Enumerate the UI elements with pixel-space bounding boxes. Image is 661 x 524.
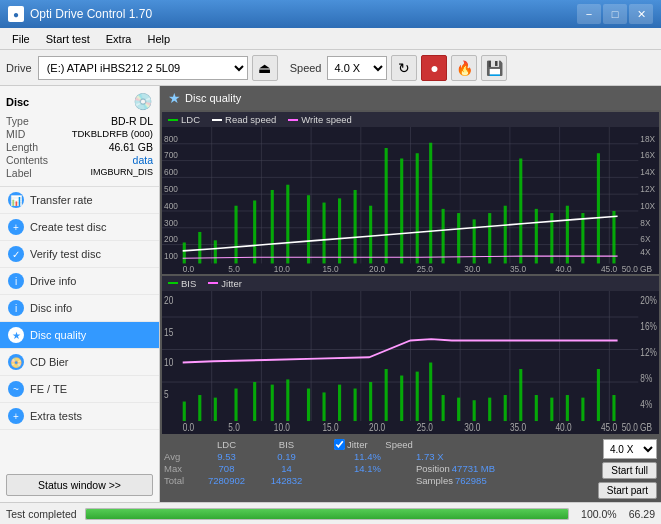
content-header-icon: ★ bbox=[168, 90, 181, 106]
svg-rect-98 bbox=[253, 382, 256, 421]
start-full-button[interactable]: Start full bbox=[602, 462, 657, 479]
sidebar-item-extra-tests[interactable]: + Extra tests bbox=[0, 403, 159, 430]
stats-total-ldc: 7280902 bbox=[194, 475, 259, 486]
refresh-button[interactable]: ↻ bbox=[391, 55, 417, 81]
svg-text:4%: 4% bbox=[640, 398, 653, 410]
sidebar-item-disc-quality[interactable]: ★ Disc quality bbox=[0, 322, 159, 349]
svg-rect-107 bbox=[400, 375, 403, 421]
status-window-button[interactable]: Status window >> bbox=[6, 474, 153, 496]
svg-text:40.0: 40.0 bbox=[555, 421, 571, 433]
stats-avg-jitter: 11.4% bbox=[354, 451, 416, 462]
samples-label: Samples bbox=[416, 475, 453, 486]
speed-row: 4.0 X bbox=[603, 439, 657, 459]
drive-info-icon: i bbox=[8, 273, 24, 289]
disc-label-row: Label IMGBURN_DIS bbox=[6, 167, 153, 179]
svg-text:8X: 8X bbox=[640, 218, 651, 228]
title-controls: − □ ✕ bbox=[577, 4, 653, 24]
svg-rect-109 bbox=[429, 362, 432, 421]
chart-ldc-legend: LDC Read speed Write speed bbox=[162, 112, 659, 127]
svg-text:35.0: 35.0 bbox=[510, 264, 526, 274]
svg-text:8%: 8% bbox=[640, 372, 653, 384]
svg-text:800: 800 bbox=[164, 134, 178, 144]
svg-rect-47 bbox=[416, 153, 419, 263]
sidebar-item-verify-test-disc[interactable]: ✓ Verify test disc bbox=[0, 241, 159, 268]
svg-rect-38 bbox=[271, 190, 274, 263]
position-value: 47731 MB bbox=[452, 463, 495, 474]
stats-table: LDC BIS Jitter Speed Avg 9.53 0.19 11.4%… bbox=[164, 439, 543, 486]
svg-rect-57 bbox=[566, 206, 569, 264]
sidebar-item-cd-bier[interactable]: 📀 CD Bier bbox=[0, 349, 159, 376]
svg-text:6X: 6X bbox=[640, 234, 651, 244]
svg-rect-114 bbox=[504, 395, 507, 421]
stats-total-bis: 142832 bbox=[259, 475, 314, 486]
save-button[interactable]: 💾 bbox=[481, 55, 507, 81]
cd-bier-icon: 📀 bbox=[8, 354, 24, 370]
legend-ldc-dot bbox=[168, 119, 178, 121]
svg-rect-52 bbox=[488, 213, 491, 263]
sidebar-item-transfer-rate[interactable]: 📊 Transfer rate bbox=[0, 187, 159, 214]
svg-rect-46 bbox=[400, 158, 403, 263]
fe-te-icon: ~ bbox=[8, 381, 24, 397]
jitter-checkbox[interactable] bbox=[334, 439, 345, 450]
start-part-button[interactable]: Start part bbox=[598, 482, 657, 499]
speed-select-content[interactable]: 4.0 X bbox=[603, 439, 657, 459]
svg-rect-95 bbox=[198, 395, 201, 421]
svg-rect-35 bbox=[214, 240, 217, 263]
legend-write-dot bbox=[288, 119, 298, 121]
menu-help[interactable]: Help bbox=[139, 31, 178, 47]
svg-text:25.0: 25.0 bbox=[417, 421, 433, 433]
disc-length-row: Length 46.61 GB bbox=[6, 141, 153, 153]
svg-rect-97 bbox=[234, 388, 237, 421]
stats-total-row: Total 7280902 142832 Samples 762985 bbox=[164, 475, 543, 486]
svg-text:5.0: 5.0 bbox=[228, 421, 240, 433]
speed-select-toolbar[interactable]: 4.0 X bbox=[327, 56, 387, 80]
svg-rect-121 bbox=[612, 395, 615, 421]
svg-rect-41 bbox=[322, 203, 325, 264]
scan-button[interactable]: ● bbox=[421, 55, 447, 81]
svg-rect-99 bbox=[271, 385, 274, 421]
svg-text:30.0: 30.0 bbox=[464, 421, 480, 433]
position-label: Position bbox=[416, 463, 450, 474]
close-button[interactable]: ✕ bbox=[629, 4, 653, 24]
menu-start-test[interactable]: Start test bbox=[38, 31, 98, 47]
svg-text:14X: 14X bbox=[640, 167, 655, 177]
svg-rect-105 bbox=[369, 382, 372, 421]
sidebar: Disc 💿 Type BD-R DL MID TDKBLDRFB (000) … bbox=[0, 86, 160, 502]
svg-rect-103 bbox=[338, 385, 341, 421]
maximize-button[interactable]: □ bbox=[603, 4, 627, 24]
minimize-button[interactable]: − bbox=[577, 4, 601, 24]
speed-label: Speed bbox=[290, 62, 322, 74]
disc-quality-icon: ★ bbox=[8, 327, 24, 343]
eject-button[interactable]: ⏏ bbox=[252, 55, 278, 81]
menu-file[interactable]: File bbox=[4, 31, 38, 47]
stats-max-jitter: 14.1% bbox=[354, 463, 416, 474]
svg-text:45.0: 45.0 bbox=[601, 421, 617, 433]
disc-label-value: IMGBURN_DIS bbox=[90, 167, 153, 179]
sidebar-item-create-test-disc[interactable]: + Create test disc bbox=[0, 214, 159, 241]
menu-extra[interactable]: Extra bbox=[98, 31, 140, 47]
stats-header-bis: BIS bbox=[259, 439, 314, 450]
sidebar-item-drive-info[interactable]: i Drive info bbox=[0, 268, 159, 295]
drive-select[interactable]: (E:) ATAPI iHBS212 2 5L09 bbox=[38, 56, 248, 80]
svg-text:50.0 GB: 50.0 GB bbox=[622, 421, 652, 433]
status-right-value: 66.29 bbox=[629, 508, 655, 520]
stats-header-row: LDC BIS Jitter Speed bbox=[164, 439, 543, 450]
burn-button[interactable]: 🔥 bbox=[451, 55, 477, 81]
sidebar-item-fe-te[interactable]: ~ FE / TE bbox=[0, 376, 159, 403]
svg-rect-45 bbox=[385, 148, 388, 263]
svg-rect-94 bbox=[183, 401, 186, 421]
sidebar-item-disc-info[interactable]: i Disc info bbox=[0, 295, 159, 322]
disc-contents-value: data bbox=[133, 154, 153, 166]
charts-container: LDC Read speed Write speed bbox=[160, 110, 661, 436]
stats-header-ldc: LDC bbox=[194, 439, 259, 450]
svg-rect-119 bbox=[581, 398, 584, 421]
content-header: ★ Disc quality bbox=[160, 86, 661, 110]
stats-max-row: Max 708 14 14.1% Position 47731 MB bbox=[164, 463, 543, 474]
svg-rect-39 bbox=[286, 185, 289, 264]
svg-rect-110 bbox=[442, 395, 445, 421]
svg-rect-33 bbox=[183, 242, 186, 263]
svg-text:20.0: 20.0 bbox=[369, 264, 385, 274]
svg-rect-59 bbox=[597, 153, 600, 263]
svg-rect-102 bbox=[322, 392, 325, 421]
svg-text:40.0: 40.0 bbox=[555, 264, 571, 274]
